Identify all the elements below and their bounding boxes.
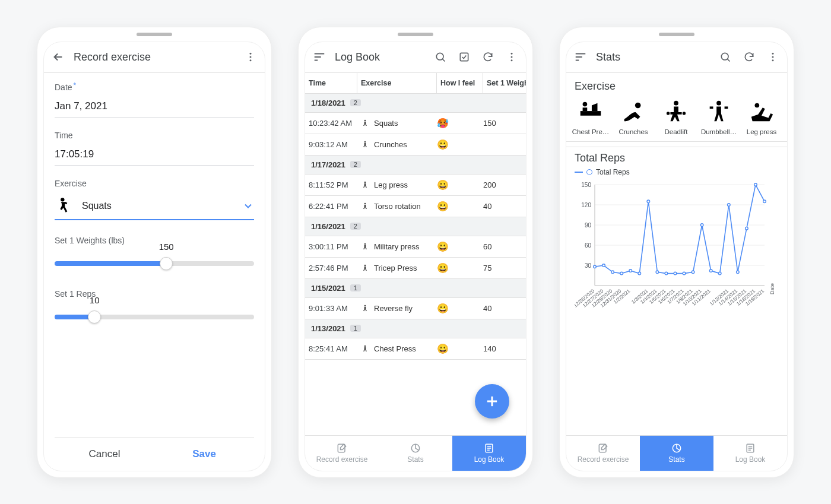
exercise-tiny-icon — [361, 202, 369, 210]
nav-log-book[interactable]: Log Book — [452, 436, 526, 471]
exercise-item[interactable]: Crunches — [615, 99, 652, 135]
svg-point-29 — [683, 112, 686, 115]
col-weight[interactable]: Set 1 Weigh — [483, 73, 526, 93]
time-label: Time — [55, 131, 254, 140]
svg-point-14 — [364, 265, 366, 266]
nav-stats[interactable]: Stats — [379, 436, 452, 471]
sort-icon — [313, 50, 326, 64]
exercise-item[interactable]: Leg press — [743, 99, 780, 135]
svg-point-49 — [620, 272, 623, 275]
svg-rect-32 — [725, 106, 728, 109]
plus-icon — [484, 393, 500, 410]
bottom-nav: Record exercise Stats Log Book — [566, 435, 787, 471]
back-button[interactable] — [47, 46, 69, 68]
pie-icon — [410, 442, 421, 454]
menu-button[interactable] — [309, 46, 330, 68]
exercise-item[interactable]: Chest Pre… — [572, 99, 609, 135]
svg-point-48 — [611, 271, 614, 274]
svg-point-57 — [692, 271, 694, 274]
table-group-header[interactable]: 1/17/20212 — [305, 156, 526, 175]
arrow-left-icon — [52, 50, 65, 64]
svg-point-6 — [511, 53, 513, 55]
checkbox-icon — [458, 51, 470, 63]
search-button[interactable] — [715, 46, 736, 68]
page-title: Record exercise — [71, 51, 237, 64]
col-time[interactable]: Time — [305, 73, 357, 93]
svg-point-11 — [364, 182, 366, 183]
svg-point-33 — [755, 103, 760, 107]
svg-rect-5 — [460, 53, 468, 61]
slider-thumb[interactable] — [88, 310, 101, 324]
nav-record-exercise[interactable]: Record exercise — [305, 436, 379, 471]
page-title: Log Book — [332, 51, 427, 64]
svg-point-2 — [250, 59, 252, 61]
svg-point-51 — [638, 272, 641, 275]
overflow-button[interactable] — [240, 46, 261, 68]
table-row[interactable]: 10:23:42 AM Squats 🥵 150 — [305, 113, 526, 134]
add-entry-fab[interactable] — [475, 384, 509, 419]
svg-point-20 — [721, 53, 728, 60]
svg-point-27 — [674, 100, 678, 105]
svg-point-61 — [727, 203, 730, 206]
exercise-select[interactable]: Squats — [55, 193, 254, 220]
nav-record-exercise[interactable]: Record exercise — [566, 436, 640, 471]
svg-point-28 — [667, 112, 670, 115]
svg-point-30 — [716, 100, 721, 105]
nav-stats[interactable]: Stats — [640, 436, 713, 471]
edit-icon — [336, 442, 348, 454]
exercise-tiny-icon — [361, 304, 369, 312]
svg-point-54 — [665, 272, 668, 275]
svg-text:60: 60 — [585, 242, 592, 249]
set1-reps-slider[interactable]: 10 — [55, 306, 254, 326]
table-row[interactable]: 8:11:52 PM Leg press 😀 200 — [305, 175, 526, 196]
svg-point-55 — [674, 272, 677, 275]
more-vert-icon — [245, 51, 256, 63]
date-field[interactable]: Jan 7, 2021 — [55, 97, 254, 118]
svg-point-50 — [629, 269, 632, 272]
table-row[interactable]: 8:25:41 AM Chest Press 😀 140 — [305, 338, 526, 360]
chart-legend: Total Reps — [575, 168, 781, 176]
exercise-item[interactable]: Dumbbell… — [700, 99, 737, 135]
table-row[interactable]: 3:00:11 PM Military press 😀 60 — [305, 236, 526, 258]
svg-point-24 — [583, 102, 588, 106]
table-row[interactable]: 2:57:46 PM Tricep Press 😀 75 — [305, 258, 526, 279]
svg-point-58 — [700, 223, 703, 226]
phone-notch — [37, 27, 271, 42]
menu-button[interactable] — [570, 46, 591, 68]
search-button[interactable] — [430, 46, 451, 68]
exercise-item[interactable]: Deadlift — [658, 99, 694, 135]
book-icon — [744, 442, 756, 454]
save-button[interactable]: Save — [154, 438, 254, 471]
table-row[interactable]: 9:01:33 AM Reverse fly 😀 40 — [305, 298, 526, 319]
svg-text:Date: Date — [769, 283, 775, 294]
nav-log-book[interactable]: Log Book — [713, 436, 787, 471]
time-field[interactable]: 17:05:19 — [55, 145, 254, 166]
refresh-button[interactable] — [477, 46, 499, 68]
checkbox-button[interactable] — [453, 46, 475, 68]
table-group-header[interactable]: 1/15/20211 — [305, 279, 526, 298]
exercise-scroll[interactable]: Chest Pre…CrunchesDeadliftDumbbell…Leg p… — [566, 96, 787, 142]
table-row[interactable]: 6:22:41 PM Torso rotation 😀 40 — [305, 196, 526, 217]
overflow-button[interactable] — [501, 46, 522, 68]
svg-point-1 — [250, 56, 252, 58]
table-group-header[interactable]: 1/16/20212 — [305, 217, 526, 236]
set1-weight-slider[interactable]: 150 — [55, 252, 254, 272]
col-feel[interactable]: How I feel — [437, 73, 483, 93]
edit-icon — [597, 442, 609, 454]
refresh-button[interactable] — [738, 46, 760, 68]
cancel-button[interactable]: Cancel — [55, 438, 154, 471]
appbar: Record exercise — [44, 42, 265, 73]
overflow-button[interactable] — [762, 46, 784, 68]
exercise-label: Exercise — [55, 179, 254, 188]
slider-thumb[interactable] — [160, 257, 173, 270]
svg-point-23 — [772, 59, 774, 61]
exercise-tiny-icon — [361, 119, 369, 127]
table-row[interactable]: 9:03:12 AM Crunches 😀 — [305, 134, 526, 156]
table-group-header[interactable]: 1/13/20211 — [305, 319, 526, 338]
table-header: Time Exercise How I feel Set 1 Weigh — [305, 73, 526, 94]
col-exercise[interactable]: Exercise — [357, 73, 437, 93]
page-title: Stats — [594, 51, 712, 64]
table-group-header[interactable]: 1/18/20212 — [305, 94, 526, 113]
date-label: Date* — [55, 83, 254, 92]
set1-weight-value: 150 — [159, 242, 174, 252]
